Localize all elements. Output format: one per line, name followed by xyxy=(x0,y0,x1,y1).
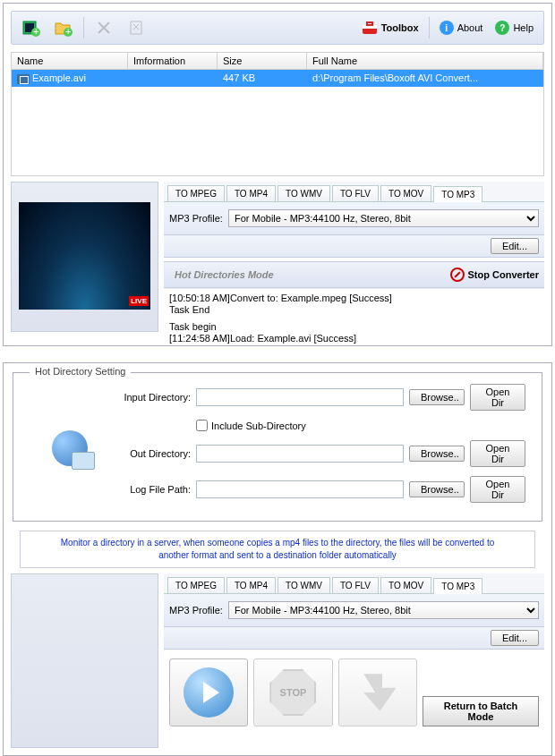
delete-icon[interactable] xyxy=(93,17,115,38)
hot-mode-bar: Hot Directories Mode Stop Converter xyxy=(164,261,544,288)
profile-label: MP3 Profile: xyxy=(169,605,223,616)
cell-size: 447 KB xyxy=(218,70,307,87)
tab-wmv[interactable]: TO WMV xyxy=(278,577,330,593)
input-dir-field[interactable] xyxy=(196,388,404,406)
tab-mpeg[interactable]: TO MPEG xyxy=(167,577,225,593)
edit-button[interactable]: Edit... xyxy=(491,630,539,646)
browse-button[interactable]: Browse.. xyxy=(409,446,465,462)
log-line: [11:24:58 AM]Load: Example.avi [Success] xyxy=(169,333,539,344)
help-button[interactable]: ? Help xyxy=(489,18,540,38)
profile-select[interactable]: For Mobile - MP3:44100 Hz, Stereo, 8bit xyxy=(228,209,539,227)
header-info[interactable]: Imformation xyxy=(128,53,218,69)
include-subdir-label: Include Sub-Directory xyxy=(211,420,306,431)
add-folder-icon[interactable]: + xyxy=(53,17,74,38)
format-tabs: TO MPEG TO MP4 TO WMV TO FLV TO MOV TO M… xyxy=(164,573,544,594)
conversion-panel: TO MPEG TO MP4 TO WMV TO FLV TO MOV TO M… xyxy=(164,182,544,338)
about-label: About xyxy=(457,22,483,33)
toolbox-label: Toolbox xyxy=(381,22,419,33)
cell-name: Example.avi xyxy=(12,70,128,87)
log-line: Task begin xyxy=(169,321,539,333)
edit-button[interactable]: Edit... xyxy=(491,238,539,254)
header-full[interactable]: Full Name xyxy=(307,53,543,69)
tab-mp3[interactable]: TO MP3 xyxy=(433,578,482,594)
include-subdir-checkbox[interactable] xyxy=(196,420,208,431)
tab-mp3[interactable]: TO MP3 xyxy=(433,186,482,202)
log-line: [10:50:18 AM]Convert to: Example.mpeg [S… xyxy=(169,293,539,304)
svg-text:+: + xyxy=(65,26,71,37)
profile-row: MP3 Profile: For Mobile - MP3:44100 Hz, … xyxy=(164,202,544,235)
open-dir-button[interactable]: Open Dir xyxy=(470,440,525,467)
header-name[interactable]: Name xyxy=(12,53,128,69)
hot-directory-window: Hot Directory Setting Input Directory: B… xyxy=(3,362,552,756)
preview-image xyxy=(19,202,150,310)
globe-folder-icon xyxy=(30,384,110,512)
tab-mp4[interactable]: TO MP4 xyxy=(226,577,276,593)
video-file-icon xyxy=(17,74,30,84)
stop-icon xyxy=(450,268,465,282)
help-label: Help xyxy=(513,22,534,33)
profile-select[interactable]: For Mobile - MP3:44100 Hz, Stereo, 8bit xyxy=(228,601,539,619)
out-dir-field[interactable] xyxy=(196,445,404,463)
play-icon xyxy=(184,667,234,718)
start-button[interactable] xyxy=(169,658,248,726)
log-output: [10:50:18 AM]Convert to: Example.mpeg [S… xyxy=(164,288,544,338)
tab-flv[interactable]: TO FLV xyxy=(332,185,379,201)
preview-pane: LIVE xyxy=(11,182,158,332)
tab-wmv[interactable]: TO WMV xyxy=(278,185,330,201)
stop-label: Stop Converter xyxy=(468,269,539,280)
file-grid: Name Imformation Size Full Name Example.… xyxy=(11,52,544,176)
browse-button[interactable]: Browse.. xyxy=(409,389,465,405)
live-badge: LIVE xyxy=(129,296,149,306)
log-path-field[interactable] xyxy=(196,480,404,498)
main-window: + + Toolbox i About ? Help Name Imforma xyxy=(3,3,552,346)
separator xyxy=(83,17,84,38)
profile-row: MP3 Profile: For Mobile - MP3:44100 Hz, … xyxy=(164,594,544,627)
clear-icon[interactable] xyxy=(125,17,147,38)
cell-info xyxy=(128,70,218,87)
grid-header: Name Imformation Size Full Name xyxy=(12,53,543,70)
svg-rect-8 xyxy=(131,21,141,34)
svg-text:+: + xyxy=(33,26,38,37)
browse-button[interactable]: Browse.. xyxy=(409,481,465,497)
cell-full: d:\Program Files\Boxoft AVI Convert... xyxy=(307,70,543,87)
grid-body[interactable]: Example.avi 447 KB d:\Program Files\Boxo… xyxy=(12,70,543,175)
return-batch-button[interactable]: Return to Batch Mode xyxy=(423,696,539,726)
log-line: Task End xyxy=(169,304,539,316)
open-dir-button[interactable]: Open Dir xyxy=(470,476,525,503)
tab-mp4[interactable]: TO MP4 xyxy=(226,185,276,201)
table-row[interactable]: Example.avi 447 KB d:\Program Files\Boxo… xyxy=(12,70,543,87)
arrow-down-icon xyxy=(354,669,401,716)
stop-converter-button[interactable]: Stop Converter xyxy=(450,268,539,282)
preview-pane-empty xyxy=(11,573,158,748)
out-dir-label: Out Directory: xyxy=(110,448,191,459)
about-button[interactable]: i About xyxy=(433,18,490,38)
hot-mode-label[interactable]: Hot Directories Mode xyxy=(169,269,450,280)
input-dir-label: Input Directory: xyxy=(110,392,191,403)
next-button[interactable] xyxy=(338,658,417,726)
stop-button[interactable]: STOP xyxy=(253,658,332,726)
tab-mpeg[interactable]: TO MPEG xyxy=(167,185,225,201)
profile-label: MP3 Profile: xyxy=(169,213,223,224)
add-video-icon[interactable]: + xyxy=(21,17,42,38)
hint-text: Monitor a directory in a server, when so… xyxy=(20,531,535,568)
tab-mov[interactable]: TO MOV xyxy=(380,577,431,593)
toolbox-button[interactable]: Toolbox xyxy=(355,18,425,38)
separator xyxy=(429,17,430,38)
log-path-label: Log File Path: xyxy=(110,484,191,495)
tab-flv[interactable]: TO FLV xyxy=(332,577,379,593)
main-toolbar: + + Toolbox i About ? Help xyxy=(11,11,544,45)
header-size[interactable]: Size xyxy=(218,53,307,69)
hot-directory-group: Hot Directory Setting Input Directory: B… xyxy=(13,372,542,522)
open-dir-button[interactable]: Open Dir xyxy=(470,384,525,411)
group-title: Hot Directory Setting xyxy=(30,366,131,377)
stop-icon: STOP xyxy=(269,669,316,716)
svg-rect-13 xyxy=(367,22,372,25)
control-row: STOP Return to Batch Mode xyxy=(164,650,544,735)
tab-mov[interactable]: TO MOV xyxy=(380,185,431,201)
conversion-panel: TO MPEG TO MP4 TO WMV TO FLV TO MOV TO M… xyxy=(164,573,544,748)
format-tabs: TO MPEG TO MP4 TO WMV TO FLV TO MOV TO M… xyxy=(164,182,544,202)
